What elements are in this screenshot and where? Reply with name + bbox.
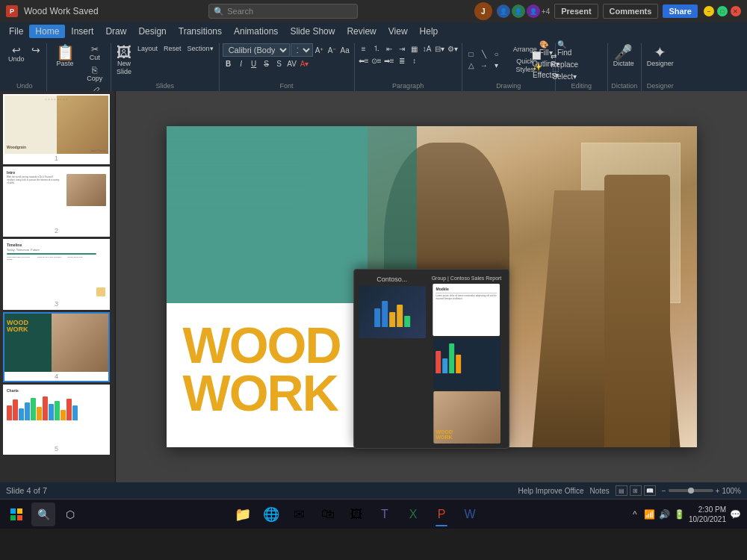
menu-animations[interactable]: Animations	[228, 25, 284, 38]
reading-view-button[interactable]: 📖	[644, 485, 656, 496]
shape-rect[interactable]: □	[465, 49, 477, 60]
menu-transitions[interactable]: Transitions	[173, 25, 228, 38]
help-improve[interactable]: Help Improve Office	[518, 487, 583, 495]
bullets-button[interactable]: ≡	[358, 43, 370, 54]
section-button[interactable]: Section▾	[185, 43, 216, 55]
maximize-button[interactable]: □	[717, 6, 728, 16]
shape-arrow[interactable]: →	[478, 60, 490, 71]
shape-triangle[interactable]: △	[465, 60, 477, 71]
italic-button[interactable]: I	[235, 58, 247, 69]
columns-button[interactable]: ▦	[409, 43, 421, 54]
tray-battery[interactable]: 🔋	[674, 508, 686, 520]
layout-button[interactable]: Layout	[135, 43, 160, 55]
align-text-button[interactable]: ⊟▾	[434, 43, 446, 54]
menu-draw[interactable]: Draw	[99, 25, 132, 38]
bold-button[interactable]: B	[223, 58, 235, 69]
comments-button[interactable]: Comments	[603, 4, 659, 19]
zoom-slider[interactable]	[669, 489, 713, 492]
justify-button[interactable]: ≣	[396, 55, 408, 66]
tray-chevron[interactable]: ^	[629, 508, 641, 520]
taskbar-word[interactable]: W	[456, 501, 483, 528]
taskview-button[interactable]: ⬡	[57, 501, 84, 528]
format-painter-button[interactable]: 🖌Format	[82, 85, 108, 91]
cut-button[interactable]: ✂Cut	[82, 43, 108, 63]
shape-line[interactable]: ╲	[478, 49, 490, 60]
taskbar-edge[interactable]: 🌐	[258, 501, 285, 528]
normal-view-button[interactable]: ▤	[616, 485, 627, 496]
slide-thumbnail-1[interactable]: ⊹⊹⊹⊹⊹⊹⊹⊹ Woodgrain Jack Purton 1	[3, 94, 110, 164]
line-spacing-button[interactable]: ↕	[409, 55, 421, 66]
font-name-select[interactable]: Calibri (Body)	[223, 43, 290, 57]
undo-button[interactable]: ↩Undo	[6, 43, 27, 65]
slide-sorter-button[interactable]: ⊞	[630, 485, 642, 496]
align-center-button[interactable]: ⊙≡	[371, 55, 382, 66]
redo-button[interactable]: ↪	[28, 43, 43, 57]
font-clear-button[interactable]: Aa	[339, 45, 351, 55]
zoom-in-button[interactable]: +	[716, 487, 720, 495]
menu-help[interactable]: Help	[414, 25, 444, 38]
font-spacing-button[interactable]: AV	[286, 58, 298, 69]
menu-review[interactable]: Review	[341, 25, 382, 38]
paste-button[interactable]: 📋Paste	[50, 43, 81, 69]
menu-file[interactable]: File	[3, 25, 29, 38]
canvas-area[interactable]: WOOD WORK Contoso...	[116, 91, 747, 482]
taskbar-store[interactable]: 🛍	[314, 501, 341, 528]
minimize-button[interactable]: −	[704, 6, 714, 16]
slide-thumbnail-2[interactable]: Intro With the world turning towards a D…	[3, 167, 110, 237]
strikethrough-button[interactable]: S	[261, 58, 273, 69]
popup-thumb-2[interactable]: Modèle Lorem ipsum dolor sit amet consec…	[433, 284, 500, 336]
decrease-indent[interactable]: ⇤	[383, 43, 395, 54]
font-size-select[interactable]: 11	[291, 43, 313, 57]
zoom-out-button[interactable]: −	[662, 487, 666, 495]
copy-button[interactable]: ⎘Copy	[82, 64, 108, 84]
taskbar-excel[interactable]: X	[400, 501, 427, 528]
font-decrease-button[interactable]: A⁻	[326, 45, 338, 55]
tray-network[interactable]: 📶	[644, 508, 656, 520]
tray-volume[interactable]: 🔊	[659, 508, 671, 520]
slide-thumbnail-5[interactable]: Charts	[3, 385, 110, 455]
present-button[interactable]: Present	[554, 4, 598, 19]
taskbar-photos[interactable]: 🖼	[343, 501, 370, 528]
shape-more[interactable]: ▾	[491, 60, 503, 71]
tray-clock[interactable]: 2:30 PM 10/20/2021	[689, 505, 726, 524]
start-button[interactable]	[3, 501, 30, 528]
align-right-button[interactable]: ➡≡	[383, 55, 395, 66]
user-avatar[interactable]: J	[474, 2, 492, 20]
menu-view[interactable]: View	[382, 25, 414, 38]
dictate-button[interactable]: 🎤Dictate	[611, 43, 636, 69]
select-button[interactable]: ⬚ Select▾	[559, 67, 571, 78]
menu-slideshow[interactable]: Slide Show	[284, 25, 341, 38]
taskbar-file-explorer[interactable]: 📁	[229, 501, 256, 528]
taskbar-teams[interactable]: T	[371, 501, 398, 528]
shape-ellipse[interactable]: ○	[491, 49, 503, 60]
notes-button[interactable]: Notes	[590, 487, 610, 495]
shape-effects-button[interactable]: ✨ Effects▾	[540, 66, 552, 76]
font-color-button[interactable]: A▾	[299, 58, 311, 69]
underline-button[interactable]: U	[248, 58, 260, 69]
convert-smartart-button[interactable]: ⚙▾	[447, 43, 459, 54]
align-left-button[interactable]: ⬅≡	[358, 55, 370, 66]
designer-button[interactable]: ✦Designer	[645, 43, 676, 69]
slide-thumbnail-4[interactable]: WOODWORK 4	[3, 312, 110, 382]
popup-thumb-1[interactable]	[359, 286, 426, 338]
menu-home[interactable]: Home	[29, 25, 65, 38]
close-button[interactable]: ✕	[731, 6, 741, 16]
search-bar[interactable]: 🔍 Search	[208, 4, 358, 19]
reset-button[interactable]: Reset	[161, 43, 184, 55]
font-increase-button[interactable]: A⁺	[314, 45, 326, 55]
popup-thumb-3[interactable]	[434, 337, 501, 390]
new-slide-button[interactable]: 🖼NewSlide	[114, 43, 134, 78]
tray-notification[interactable]: 💬	[729, 508, 741, 520]
menu-insert[interactable]: Insert	[65, 25, 99, 38]
taskbar-powerpoint[interactable]: P	[428, 501, 455, 528]
menu-design[interactable]: Design	[132, 25, 172, 38]
text-direction-button[interactable]: ↕A	[421, 43, 433, 54]
popup-thumb-4[interactable]: WOODWORK	[434, 391, 501, 444]
numbering-button[interactable]: ⒈	[371, 43, 382, 54]
slide-thumbnail-3[interactable]: Timeline TodayTomorrowFuture There have …	[3, 239, 110, 309]
taskbar-mail[interactable]: ✉	[286, 501, 313, 528]
taskbar-search-button[interactable]: 🔍	[31, 503, 55, 526]
shadow-button[interactable]: S	[273, 58, 285, 69]
share-button[interactable]: Share	[663, 4, 698, 18]
increase-indent[interactable]: ⇥	[396, 43, 408, 54]
